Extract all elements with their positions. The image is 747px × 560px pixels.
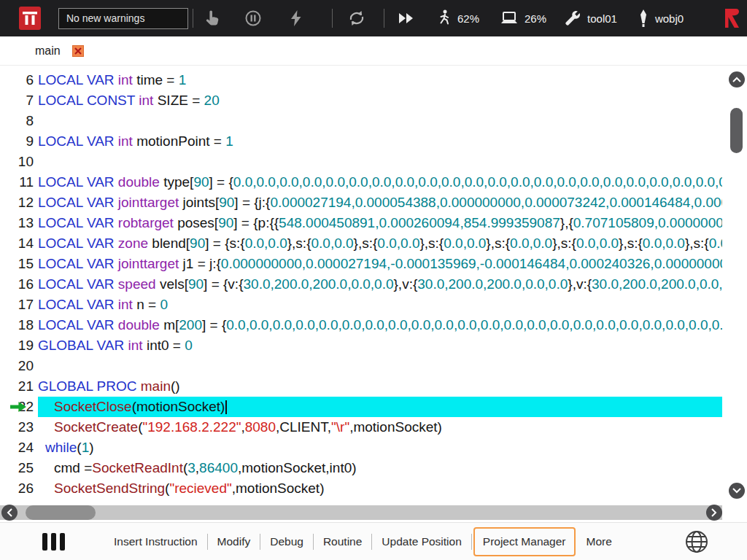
pause-icon[interactable] xyxy=(244,9,262,27)
scroll-left-button[interactable] xyxy=(1,505,18,521)
code-line-19[interactable]: 19GLOBAL VAR int int0 = 0 xyxy=(0,335,747,356)
code-line-9[interactable]: 9LOCAL VAR int motionPoint = 1 xyxy=(0,131,747,152)
scroll-up-button[interactable] xyxy=(729,71,745,88)
probe-pen-icon xyxy=(638,9,649,28)
vertical-scrollbar-thumb[interactable] xyxy=(730,108,743,153)
topbar-divider xyxy=(332,9,333,28)
speed-ratio-control[interactable]: 62% xyxy=(437,9,479,28)
power-bolt-icon[interactable] xyxy=(290,9,303,27)
top-status-bar: No new warnings 62% 26% tool01 xyxy=(0,0,747,36)
code-line-text: LOCAL VAR int motionPoint = 1 xyxy=(38,131,722,152)
code-line-text: LOCAL CONST int SIZE = 20 xyxy=(38,90,722,111)
code-lines: 6LOCAL VAR int time = 17LOCAL CONST int … xyxy=(0,70,747,499)
code-line-text: GLOBAL PROC main() xyxy=(38,376,722,397)
topbar-divider xyxy=(384,9,384,28)
toolbar-button-insert-instruction[interactable]: Insert Instruction xyxy=(104,527,207,556)
line-number: 18 xyxy=(0,315,38,335)
code-line-text xyxy=(38,111,722,131)
code-line-26[interactable]: 26SocketSendString("recieved",motionSock… xyxy=(0,478,747,499)
workobject-value: wobj0 xyxy=(655,12,684,25)
line-number: 19 xyxy=(0,335,38,356)
bottom-toolbar-items: Insert InstructionModifyDebugRoutineUpda… xyxy=(104,527,622,556)
horizontal-scrollbar[interactable] xyxy=(0,503,747,522)
horizontal-scrollbar-thumb[interactable] xyxy=(26,505,96,520)
line-number: 10 xyxy=(0,152,38,172)
code-line-6[interactable]: 6LOCAL VAR int time = 1 xyxy=(0,70,747,90)
line-number: 14 xyxy=(0,233,38,254)
toolbar-button-routine[interactable]: Routine xyxy=(314,527,371,556)
code-line-15[interactable]: 15LOCAL VAR jointtarget j1 = j:{0.000000… xyxy=(0,254,747,274)
tool-value: tool01 xyxy=(587,12,617,25)
toolbar-button-project-manager[interactable]: Project Manager xyxy=(473,527,576,556)
scroll-right-button[interactable] xyxy=(706,505,722,521)
code-line-text xyxy=(38,152,722,172)
horizontal-scrollbar-track[interactable] xyxy=(0,505,722,520)
toolbar-divider xyxy=(471,534,472,550)
code-line-21[interactable]: 21GLOBAL PROC main() xyxy=(0,376,747,397)
scroll-down-button[interactable] xyxy=(729,483,745,499)
code-line-20[interactable]: 20 xyxy=(0,356,747,376)
tab-close-button[interactable] xyxy=(72,45,84,57)
code-line-text: LOCAL VAR int time = 1 xyxy=(38,70,722,90)
code-line-14[interactable]: 14LOCAL VAR zone blend[90] = {s:{0.0,0.0… xyxy=(0,233,747,254)
code-line-12[interactable]: 12LOCAL VAR jointtarget joints[90] = {j:… xyxy=(0,192,747,213)
code-line-text: SocketCreate("192.168.2.222",8080,CLIENT… xyxy=(38,417,722,438)
line-number: 26 xyxy=(0,478,38,499)
code-line-13[interactable]: 13LOCAL VAR robtarget poses[90] = {p:{{5… xyxy=(0,213,747,233)
code-line-24[interactable]: 24while(1) xyxy=(0,438,747,458)
line-number: 6 xyxy=(0,70,38,90)
code-editor: 6LOCAL VAR int time = 17LOCAL CONST int … xyxy=(0,66,747,503)
text-caret xyxy=(225,400,227,414)
line-number: 17 xyxy=(0,295,38,315)
code-line-7[interactable]: 7LOCAL CONST int SIZE = 20 xyxy=(0,90,747,111)
line-number: 13 xyxy=(0,213,38,233)
line-number: 8 xyxy=(0,111,38,131)
line-number: 15 xyxy=(0,254,38,274)
toolbar-button-more[interactable]: More xyxy=(577,527,622,556)
line-number: 12 xyxy=(0,192,38,213)
code-line-text: LOCAL VAR speed vels[90] = {v:{30.0,200.… xyxy=(38,274,722,295)
toolbar-button-modify[interactable]: Modify xyxy=(208,527,260,556)
code-line-11[interactable]: 11LOCAL VAR double type[90] = {0.0,0.0,0… xyxy=(0,172,747,192)
home-logo-icon[interactable] xyxy=(19,7,41,30)
code-line-text: GLOBAL VAR int int0 = 0 xyxy=(38,335,722,356)
topbar-divider xyxy=(193,9,193,28)
hand-jog-icon[interactable] xyxy=(205,9,221,27)
language-globe-icon[interactable] xyxy=(684,529,709,554)
system-load-value: 26% xyxy=(525,12,546,25)
vertical-scrollbar[interactable] xyxy=(728,66,746,503)
code-line-22[interactable]: 22SocketClose(motionSocket) xyxy=(0,397,747,417)
chevron-down-icon xyxy=(732,488,741,494)
tool-selector[interactable]: tool01 xyxy=(564,9,617,27)
workobject-selector[interactable]: wobj0 xyxy=(638,9,684,28)
code-line-text: LOCAL VAR jointtarget joints[90] = {j:{0… xyxy=(38,192,722,213)
toolbar-button-debug[interactable]: Debug xyxy=(260,527,313,556)
warnings-box[interactable]: No new warnings xyxy=(58,8,188,29)
code-line-18[interactable]: 18LOCAL VAR double m[200] = {0.0,0.0,0.0… xyxy=(0,315,747,335)
code-line-text: while(1) xyxy=(38,438,722,458)
line-number: 7 xyxy=(0,90,38,111)
line-number: 23 xyxy=(0,417,38,438)
toolbar-button-update-position[interactable]: Update Position xyxy=(372,527,471,556)
line-number: 21 xyxy=(0,376,38,397)
loop-mode-icon[interactable] xyxy=(347,10,366,26)
code-line-16[interactable]: 16LOCAL VAR speed vels[90] = {v:{30.0,20… xyxy=(0,274,747,295)
code-line-8[interactable]: 8 xyxy=(0,111,747,131)
code-line-10[interactable]: 10 xyxy=(0,152,747,172)
code-line-23[interactable]: 23SocketCreate("192.168.2.222",8080,CLIE… xyxy=(0,417,747,438)
line-number: 25 xyxy=(0,458,38,478)
columns-menu-icon[interactable] xyxy=(42,533,65,551)
code-line-25[interactable]: 25cmd =SocketReadInt(3,86400,motionSocke… xyxy=(0,458,747,478)
chevron-left-icon xyxy=(7,508,12,517)
chevron-up-icon xyxy=(732,77,741,82)
code-line-text: SocketClose(motionSocket) xyxy=(38,397,722,417)
tab-main[interactable]: main xyxy=(35,44,84,58)
close-icon xyxy=(74,47,82,55)
fast-forward-icon[interactable] xyxy=(398,12,415,25)
code-line-text xyxy=(38,356,722,376)
line-number: 16 xyxy=(0,274,38,295)
chevron-right-icon xyxy=(711,508,717,517)
system-load-indicator[interactable]: 26% xyxy=(500,10,546,26)
code-line-17[interactable]: 17LOCAL VAR int n = 0 xyxy=(0,295,747,315)
line-number: 11 xyxy=(0,172,38,192)
